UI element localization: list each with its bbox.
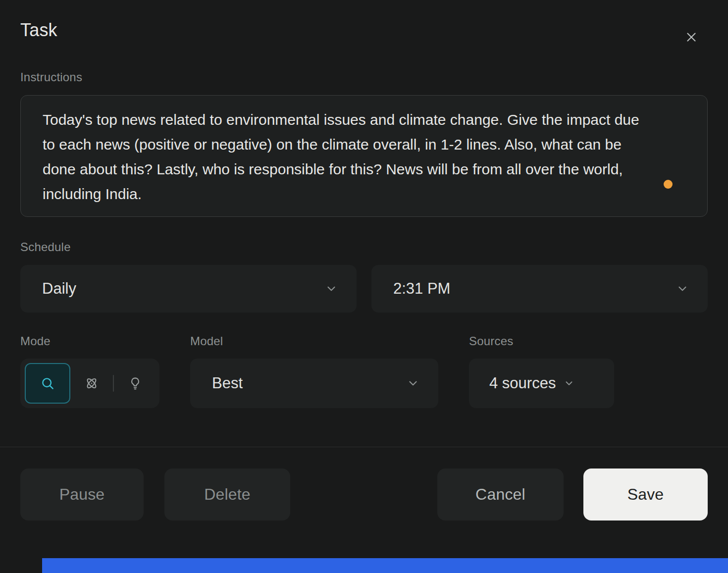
atom-icon [84,375,100,391]
chevron-down-icon [407,377,419,390]
dialog-header: Task [20,0,708,47]
schedule-label: Schedule [20,240,708,254]
time-value: 2:31 PM [393,280,450,298]
mode-research-button[interactable] [73,363,110,404]
dialog-title: Task [20,20,57,41]
options-row: Mode [20,334,708,408]
frequency-value: Daily [42,280,76,298]
dialog-footer: Pause Delete Cancel Save [0,447,728,521]
sources-value: 4 sources [489,374,556,392]
instructions-field: Today's top news related to environmenta… [20,95,708,217]
pause-button[interactable]: Pause [20,469,144,521]
lightbulb-icon [128,376,143,391]
mode-toggle-group [20,359,159,408]
search-icon [40,375,55,391]
footer-right-actions: Cancel Save [437,469,708,521]
chevron-down-icon [325,282,338,295]
model-label: Model [190,334,438,348]
sources-field: Sources 4 sources [469,334,614,408]
frequency-select[interactable]: Daily [20,265,357,313]
save-button[interactable]: Save [583,469,708,521]
mode-divider [113,375,114,392]
task-dialog: Task Instructions Today's top news relat… [0,0,728,573]
chevron-down-icon [564,378,574,389]
mode-search-button[interactable] [25,363,70,404]
footer-left-actions: Pause Delete [20,469,290,521]
mode-labs-button[interactable] [117,363,154,404]
cancel-button[interactable]: Cancel [437,469,564,521]
mode-field: Mode [20,334,159,408]
close-button[interactable] [682,28,701,47]
sources-label: Sources [469,334,614,348]
close-icon [684,39,699,46]
model-field: Model Best [190,334,438,408]
model-select[interactable]: Best [190,359,438,408]
delete-button[interactable]: Delete [164,469,290,521]
instructions-input[interactable]: Today's top news related to environmenta… [20,95,708,217]
chevron-down-icon [676,282,689,295]
instructions-label: Instructions [20,70,708,84]
bottom-blue-bar [42,558,728,573]
sources-select[interactable]: 4 sources [469,359,614,408]
schedule-row: Daily 2:31 PM [20,265,708,313]
time-select[interactable]: 2:31 PM [371,265,708,313]
model-value: Best [212,374,243,392]
mode-label: Mode [20,334,159,348]
